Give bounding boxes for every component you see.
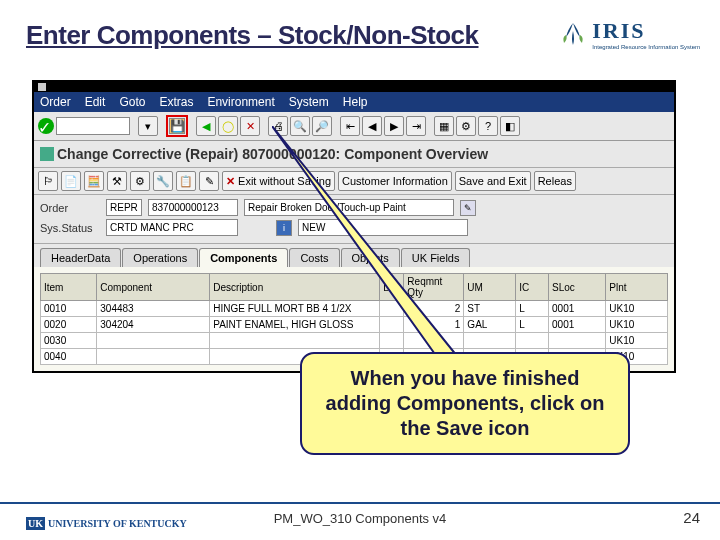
exit-icon[interactable]: ◯: [218, 116, 238, 136]
col-reqmnt-qty[interactable]: Reqmnt Qty: [404, 274, 464, 301]
find-next-icon[interactable]: 🔎: [312, 116, 332, 136]
table-row[interactable]: 0010 304483 HINGE FULL MORT BB 4 1/2X 2 …: [41, 301, 668, 317]
table-row[interactable]: 0030 UK10: [41, 333, 668, 349]
table-row[interactable]: 0020 304204 PAINT ENAMEL, HIGH GLOSS 1 G…: [41, 317, 668, 333]
cell-description[interactable]: HINGE FULL MORT BB 4 1/2X: [210, 301, 380, 317]
calc-icon[interactable]: 🧮: [84, 171, 104, 191]
cell-l[interactable]: [380, 317, 404, 333]
customer-info-button[interactable]: Customer Information: [338, 171, 452, 191]
menu-order[interactable]: Order: [40, 95, 71, 109]
cell-qty[interactable]: 1: [404, 317, 464, 333]
cell-plnt[interactable]: UK10: [606, 317, 668, 333]
tab-ukfields[interactable]: UK Fields: [401, 248, 471, 267]
cell-item[interactable]: 0030: [41, 333, 97, 349]
tab-costs[interactable]: Costs: [289, 248, 339, 267]
cell-plnt[interactable]: UK10: [606, 301, 668, 317]
tab-objects[interactable]: Objects: [341, 248, 400, 267]
menu-edit[interactable]: Edit: [85, 95, 106, 109]
order-number-field[interactable]: 837000000123: [148, 199, 238, 216]
exit-no-save-button[interactable]: ✕ Exit without Saving: [222, 171, 335, 191]
tool1-icon[interactable]: ⚒: [107, 171, 127, 191]
tool2-icon[interactable]: ⚙: [130, 171, 150, 191]
first-page-icon[interactable]: ⇤: [340, 116, 360, 136]
back-icon[interactable]: ◀: [196, 116, 216, 136]
col-description[interactable]: Description: [210, 274, 380, 301]
tab-operations[interactable]: Operations: [122, 248, 198, 267]
col-um[interactable]: UM: [464, 274, 516, 301]
tab-strip: HeaderData Operations Components Costs O…: [34, 244, 674, 267]
col-component[interactable]: Component: [97, 274, 210, 301]
flag-icon[interactable]: 🏳: [38, 171, 58, 191]
col-sloc[interactable]: SLoc: [549, 274, 606, 301]
last-page-icon[interactable]: ⇥: [406, 116, 426, 136]
cell-ic[interactable]: [516, 333, 549, 349]
tab-headerdata[interactable]: HeaderData: [40, 248, 121, 267]
cell-description[interactable]: PAINT ENAMEL, HIGH GLOSS: [210, 317, 380, 333]
menu-environment[interactable]: Environment: [207, 95, 274, 109]
cell-ic[interactable]: L: [516, 301, 549, 317]
help-icon[interactable]: ?: [478, 116, 498, 136]
cell-um[interactable]: GAL: [464, 317, 516, 333]
cell-um[interactable]: [464, 333, 516, 349]
tool3-icon[interactable]: 🔧: [153, 171, 173, 191]
find-icon[interactable]: 🔍: [290, 116, 310, 136]
cell-um[interactable]: ST: [464, 301, 516, 317]
menu-extras[interactable]: Extras: [159, 95, 193, 109]
user-status-field: NEW: [298, 219, 468, 236]
cell-qty[interactable]: [404, 333, 464, 349]
cell-qty[interactable]: 2: [404, 301, 464, 317]
cell-item[interactable]: 0040: [41, 349, 97, 365]
screen-title-icon: [40, 147, 54, 161]
cell-item[interactable]: 0020: [41, 317, 97, 333]
shortcut-icon[interactable]: ⚙: [456, 116, 476, 136]
cell-l[interactable]: [380, 333, 404, 349]
save-and-exit-button[interactable]: Save and Exit: [455, 171, 531, 191]
col-item[interactable]: Item: [41, 274, 97, 301]
iris-logo-text: IRIS: [592, 18, 700, 44]
cell-sloc[interactable]: [549, 333, 606, 349]
iris-flower-icon: [558, 19, 588, 49]
callout-text: When you have finished adding Components…: [326, 367, 605, 439]
list-icon[interactable]: 📋: [176, 171, 196, 191]
save-button[interactable]: 💾: [166, 115, 188, 137]
cell-l[interactable]: [380, 301, 404, 317]
menu-goto[interactable]: Goto: [119, 95, 145, 109]
col-ic[interactable]: IC: [516, 274, 549, 301]
cell-description[interactable]: [210, 333, 380, 349]
header-fields: Order REPR 837000000123 Repair Broken Do…: [34, 195, 674, 244]
cell-component[interactable]: [97, 349, 210, 365]
edit-icon[interactable]: ✎: [199, 171, 219, 191]
cell-component[interactable]: 304204: [97, 317, 210, 333]
command-field[interactable]: [56, 117, 130, 135]
status-info-icon[interactable]: i: [276, 220, 292, 236]
x-icon: ✕: [226, 175, 235, 188]
menu-system[interactable]: System: [289, 95, 329, 109]
cell-item[interactable]: 0010: [41, 301, 97, 317]
cell-ic[interactable]: L: [516, 317, 549, 333]
layout-icon[interactable]: ◧: [500, 116, 520, 136]
print-icon[interactable]: 🖨: [268, 116, 288, 136]
order-desc-field[interactable]: Repair Broken Door/Touch-up Paint: [244, 199, 454, 216]
cell-plnt[interactable]: UK10: [606, 333, 668, 349]
cell-sloc[interactable]: 0001: [549, 317, 606, 333]
prev-page-icon[interactable]: ◀: [362, 116, 382, 136]
dropdown-icon[interactable]: ▾: [138, 116, 158, 136]
cancel-icon[interactable]: ✕: [240, 116, 260, 136]
col-plnt[interactable]: Plnt: [606, 274, 668, 301]
footer-divider: [0, 502, 720, 504]
menu-help[interactable]: Help: [343, 95, 368, 109]
cell-component[interactable]: [97, 333, 210, 349]
cell-sloc[interactable]: 0001: [549, 301, 606, 317]
sys-status-field: CRTD MANC PRC: [106, 219, 238, 236]
cell-component[interactable]: 304483: [97, 301, 210, 317]
order-type-field[interactable]: REPR: [106, 199, 142, 216]
tab-components[interactable]: Components: [199, 248, 288, 267]
release-button[interactable]: Releas: [534, 171, 576, 191]
enter-icon[interactable]: ✓: [38, 118, 54, 134]
footer-text: PM_WO_310 Components v4: [274, 511, 447, 526]
order-edit-icon[interactable]: ✎: [460, 200, 476, 216]
next-page-icon[interactable]: ▶: [384, 116, 404, 136]
col-l[interactable]: L: [380, 274, 404, 301]
doc-icon[interactable]: 📄: [61, 171, 81, 191]
new-session-icon[interactable]: ▦: [434, 116, 454, 136]
